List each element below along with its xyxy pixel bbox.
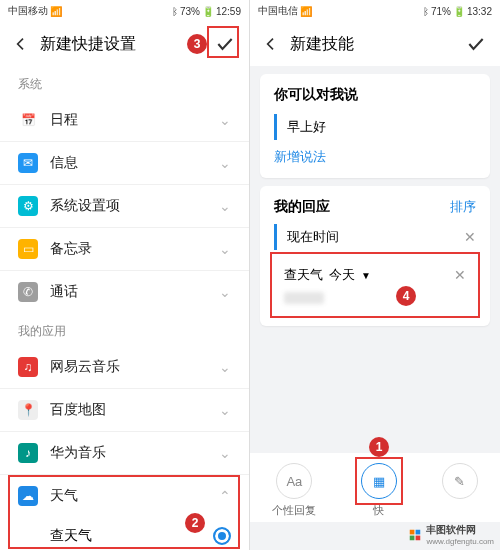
battery-icon: 🔋 (453, 6, 465, 17)
weather-icon: ☁ (18, 486, 38, 506)
back-icon[interactable] (262, 35, 280, 53)
row-label: 网易云音乐 (50, 358, 120, 376)
calendar-icon: 📅 (18, 110, 38, 130)
response-option[interactable]: 今天 (329, 266, 355, 284)
watermark: 丰图软件网 www.dgfengtu.com (408, 523, 494, 546)
row-huawei-music[interactable]: ♪ 华为音乐 ⌄ (0, 432, 249, 475)
time-label: 13:32 (467, 6, 492, 17)
close-icon[interactable]: ✕ (454, 267, 466, 283)
svg-rect-3 (416, 535, 421, 540)
row-label: 日程 (50, 111, 78, 129)
bluetooth-icon: ᛒ (172, 6, 178, 17)
tab-label: 个性回复 (272, 503, 316, 518)
row-notes[interactable]: ▭ 备忘录 ⌄ (0, 228, 249, 271)
annotation-3: 3 (187, 34, 207, 54)
signal-icon: 📶 (50, 6, 62, 17)
row-label: 备忘录 (50, 240, 92, 258)
tab-edit[interactable]: ✎ (442, 463, 478, 518)
row-calendar[interactable]: 📅 日程 ⌄ (0, 99, 249, 142)
page-title: 新建快捷设置 (40, 34, 187, 55)
phone-right-screen: 中国电信 📶 ᛒ 71% 🔋 13:32 新建技能 你可以对我说 早上好 新增说… (250, 0, 500, 550)
text-icon: Aa (276, 463, 312, 499)
phone-left-screen: 中国移动 📶 ᛒ 73% 🔋 12:59 新建快捷设置 3 系统 📅 日程 ⌄ … (0, 0, 250, 550)
header-bar: 新建技能 (250, 22, 500, 66)
row-netease-music[interactable]: ♫ 网易云音乐 ⌄ (0, 346, 249, 389)
row-weather[interactable]: ☁ 天气 ⌃ (0, 475, 249, 517)
bottom-tab-bar: Aa 个性回复 1 ▦ 快 ✎ (250, 453, 500, 522)
watermark-url: www.dgfengtu.com (426, 537, 494, 546)
row-weather-check[interactable]: 查天气 (0, 517, 249, 550)
confirm-icon[interactable] (213, 32, 237, 56)
huawei-music-icon: ♪ (18, 443, 38, 463)
row-label: 天气 (50, 487, 78, 505)
carrier-label: 中国电信 (258, 4, 298, 18)
row-label: 百度地图 (50, 401, 106, 419)
tab-custom-reply[interactable]: Aa 个性回复 (272, 463, 316, 518)
chevron-down-icon: ⌄ (219, 359, 231, 375)
chevron-down-icon: ⌄ (219, 112, 231, 128)
tab-label: 快 (373, 503, 384, 518)
dropdown-arrow-icon[interactable]: ▼ (361, 270, 371, 281)
chevron-down-icon: ⌄ (219, 445, 231, 461)
page-title: 新建技能 (290, 34, 464, 55)
svg-rect-2 (410, 535, 415, 540)
messages-icon: ✉ (18, 153, 38, 173)
row-label: 通话 (50, 283, 78, 301)
subrow-label: 查天气 (50, 527, 92, 545)
row-system-settings[interactable]: ⚙ 系统设置项 ⌄ (0, 185, 249, 228)
response-action: 查天气 (284, 266, 323, 284)
add-phrase-link[interactable]: 新增说法 (274, 148, 476, 166)
prompt-title: 你可以对我说 (274, 86, 476, 104)
status-bar: 中国电信 📶 ᛒ 71% 🔋 13:32 (250, 0, 500, 22)
header-bar: 新建快捷设置 3 (0, 22, 249, 66)
section-apps-header: 我的应用 (0, 313, 249, 346)
chevron-up-icon: ⌃ (219, 488, 231, 504)
edit-icon: ✎ (442, 463, 478, 499)
chevron-down-icon: ⌄ (219, 241, 231, 257)
battery-icon: 🔋 (202, 6, 214, 17)
prompt-phrase-row[interactable]: 早上好 (274, 114, 476, 140)
row-baidu-maps[interactable]: 📍 百度地图 ⌄ (0, 389, 249, 432)
netease-icon: ♫ (18, 357, 38, 377)
close-icon[interactable]: ✕ (464, 229, 476, 245)
prompt-card: 你可以对我说 早上好 新增说法 (260, 74, 490, 178)
settings-icon: ⚙ (18, 196, 38, 216)
response-title: 我的回应 (274, 198, 330, 216)
svg-rect-0 (410, 529, 415, 534)
row-phone[interactable]: ✆ 通话 ⌄ (0, 271, 249, 313)
chevron-down-icon: ⌄ (219, 284, 231, 300)
annotation-2: 2 (185, 513, 205, 533)
phone-icon: ✆ (18, 282, 38, 302)
radio-selected-icon[interactable] (213, 527, 231, 545)
bluetooth-icon: ᛒ (423, 6, 429, 17)
annotation-1: 1 (369, 437, 389, 457)
grid-icon: ▦ (361, 463, 397, 499)
chevron-down-icon: ⌄ (219, 155, 231, 171)
sort-link[interactable]: 排序 (450, 198, 476, 216)
section-system-header: 系统 (0, 66, 249, 99)
confirm-icon[interactable] (464, 32, 488, 56)
row-label: 系统设置项 (50, 197, 120, 215)
battery-label: 73% (180, 6, 200, 17)
watermark-logo-icon (408, 528, 422, 542)
response-text: 现在时间 (287, 228, 339, 246)
status-bar: 中国移动 📶 ᛒ 73% 🔋 12:59 (0, 0, 249, 22)
response-boxed-item: 4 查天气 今天 ▼ ✕ (274, 256, 476, 314)
time-label: 12:59 (216, 6, 241, 17)
chevron-down-icon: ⌄ (219, 198, 231, 214)
carrier-label: 中国移动 (8, 4, 48, 18)
signal-icon: 📶 (300, 6, 312, 17)
watermark-text: 丰图软件网 (426, 523, 494, 537)
baidu-map-icon: 📍 (18, 400, 38, 420)
annotation-4: 4 (396, 286, 416, 306)
response-item-time[interactable]: 现在时间 ✕ (274, 224, 476, 250)
row-messages[interactable]: ✉ 信息 ⌄ (0, 142, 249, 185)
prompt-phrase: 早上好 (287, 118, 326, 136)
notes-icon: ▭ (18, 239, 38, 259)
response-card: 我的回应 排序 现在时间 ✕ 4 查天气 今天 ▼ ✕ (260, 186, 490, 326)
blurred-content (284, 292, 324, 304)
row-label: 信息 (50, 154, 78, 172)
back-icon[interactable] (12, 35, 30, 53)
chevron-down-icon: ⌄ (219, 402, 231, 418)
tab-quick[interactable]: 1 ▦ 快 (361, 463, 397, 518)
